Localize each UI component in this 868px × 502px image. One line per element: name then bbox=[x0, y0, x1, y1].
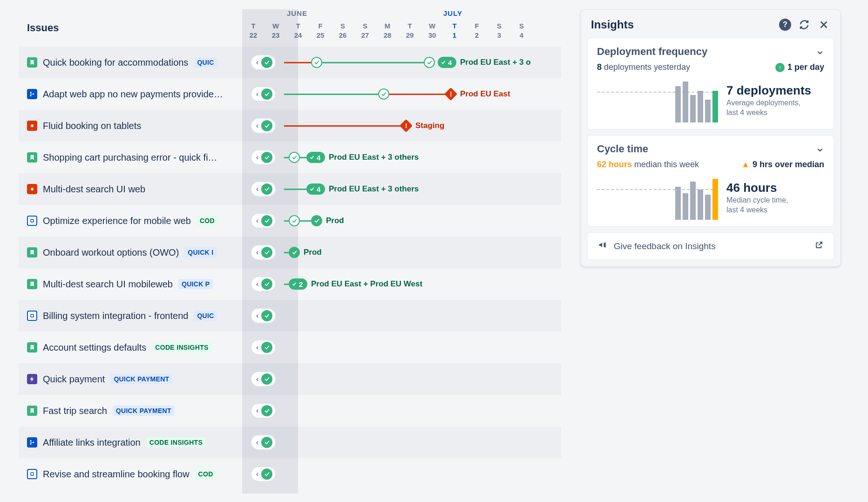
svg-point-1 bbox=[30, 95, 32, 96]
epic-lozenge[interactable]: QUICK I bbox=[184, 247, 217, 258]
expand-pill[interactable]: ‹ bbox=[251, 86, 276, 102]
issue-title[interactable]: Fluid booking on tablets bbox=[43, 121, 141, 131]
issue-title[interactable]: Shopping cart purchasing error - quick f… bbox=[43, 152, 217, 163]
issue-title[interactable]: Adapt web app no new payments provide… bbox=[43, 89, 223, 100]
issue-row[interactable]: Quick booking for accommodationsQUIC‹4Pr… bbox=[19, 47, 561, 78]
issue-row[interactable]: Multi-dest search UI mobilewebQUICK P‹2P… bbox=[19, 268, 561, 300]
expand-pill[interactable]: ‹ bbox=[251, 213, 276, 229]
expand-pill[interactable]: ‹ bbox=[251, 403, 276, 419]
epic-lozenge[interactable]: QUICK P bbox=[178, 279, 213, 289]
timeline-cell: ‹ bbox=[242, 363, 561, 395]
environment-label[interactable]: Prod bbox=[326, 216, 344, 225]
environment-label[interactable]: Staging bbox=[415, 121, 444, 130]
issue-title[interactable]: Multi-dest search UI web bbox=[43, 184, 145, 195]
expand-pill[interactable]: ‹ bbox=[251, 149, 276, 165]
issue-row[interactable]: Adapt web app no new payments provide…‹!… bbox=[19, 78, 561, 110]
expand-pill[interactable]: ‹ bbox=[251, 181, 276, 197]
issue-title[interactable]: Optimize experience for mobile web bbox=[43, 216, 191, 226]
chevron-left-icon: ‹ bbox=[256, 375, 258, 383]
environment-label[interactable]: Prod EU East + Prod EU West bbox=[311, 279, 422, 289]
chart-bar bbox=[705, 100, 711, 122]
expand-pill[interactable]: ‹ bbox=[251, 339, 276, 355]
close-icon[interactable] bbox=[817, 18, 830, 31]
expand-pill[interactable]: ‹ bbox=[251, 118, 276, 134]
issue-title[interactable]: Account settings defaults bbox=[43, 342, 146, 353]
expand-pill[interactable]: ‹ bbox=[251, 466, 276, 482]
bookmark-icon bbox=[27, 57, 37, 68]
epic-lozenge[interactable]: CODE INSIGHTS bbox=[152, 342, 211, 353]
failed-deployment-node[interactable]: ! bbox=[446, 89, 455, 99]
day-cell: T29 bbox=[399, 21, 421, 41]
epic-lozenge[interactable]: QUIC bbox=[194, 57, 217, 68]
issue-title[interactable]: Revise and streamline booking flow bbox=[43, 469, 190, 480]
issue-row[interactable]: Billing system integration - frontendQUI… bbox=[19, 300, 561, 332]
epic-lozenge[interactable]: COD bbox=[197, 216, 218, 226]
check-icon bbox=[261, 342, 272, 353]
deployment-node[interactable] bbox=[378, 88, 389, 100]
epic-lozenge[interactable]: COD bbox=[195, 469, 217, 479]
epic-lozenge[interactable]: CODE INSIGHTS bbox=[146, 437, 206, 448]
issue-row[interactable]: Fast trip searchQUICK PAYMENT‹ bbox=[19, 395, 561, 427]
deployment-node[interactable] bbox=[289, 247, 300, 258]
timeline-cell: ‹Prod bbox=[242, 205, 561, 237]
environment-label[interactable]: Prod EU East + 3 o bbox=[460, 58, 531, 67]
expand-pill[interactable]: ‹ bbox=[251, 276, 276, 292]
deployment-node[interactable] bbox=[311, 57, 322, 68]
deployment-count-pill[interactable]: 4 bbox=[306, 183, 325, 195]
issue-title[interactable]: Quick booking for accommodations bbox=[43, 57, 188, 68]
cycle-time-card: Cycle time 62 hours median this week ▲ 9… bbox=[587, 135, 834, 227]
give-feedback-button[interactable]: Give feedback on Insights bbox=[587, 232, 834, 260]
external-link-icon bbox=[815, 241, 823, 251]
expand-pill[interactable]: ‹ bbox=[251, 371, 276, 387]
deployment-node[interactable] bbox=[289, 215, 300, 226]
issue-row[interactable]: Revise and streamline booking flowCOD‹ bbox=[19, 458, 561, 490]
chevron-down-icon[interactable] bbox=[816, 48, 824, 59]
day-cell: F25 bbox=[309, 21, 332, 41]
deployment-count-pill[interactable]: 4 bbox=[438, 57, 456, 68]
environment-label[interactable]: Prod bbox=[304, 248, 322, 257]
environment-label[interactable]: Prod EU East bbox=[460, 89, 510, 99]
issue-row[interactable]: Onboard workout options (OWO)QUICK I‹Pro… bbox=[19, 237, 561, 268]
issue-title[interactable]: Billing system integration - frontend bbox=[43, 311, 188, 321]
environment-label[interactable]: Prod EU East + 3 others bbox=[329, 153, 419, 162]
issue-title[interactable]: Quick payment bbox=[43, 374, 105, 385]
chevron-left-icon: ‹ bbox=[256, 312, 258, 320]
timeline-segment bbox=[389, 94, 446, 95]
refresh-icon[interactable] bbox=[798, 18, 811, 31]
epic-lozenge[interactable]: QUICK PAYMENT bbox=[113, 406, 175, 416]
help-icon[interactable]: ? bbox=[779, 19, 791, 31]
issue-title[interactable]: Onboard workout options (OWO) bbox=[43, 247, 179, 258]
timeline-cell: ‹2Prod EU East + Prod EU West bbox=[242, 268, 561, 300]
issue-row[interactable]: Affiliate links integrationCODE INSIGHTS… bbox=[19, 427, 561, 458]
bolt-icon bbox=[27, 374, 37, 384]
megaphone-icon bbox=[598, 240, 607, 252]
issue-row[interactable]: Shopping cart purchasing error - quick f… bbox=[19, 142, 561, 173]
issue-title[interactable]: Affiliate links integration bbox=[43, 437, 141, 448]
issue-title[interactable]: Fast trip search bbox=[43, 406, 107, 416]
timeline-cell: ‹ bbox=[242, 427, 561, 458]
deployment-count-pill[interactable]: 4 bbox=[306, 152, 325, 163]
expand-pill[interactable]: ‹ bbox=[251, 434, 276, 450]
issue-row[interactable]: Multi-dest search UI web‹4Prod EU East +… bbox=[19, 173, 561, 205]
failed-deployment-node[interactable]: ! bbox=[401, 121, 411, 130]
chevron-down-icon[interactable] bbox=[816, 146, 824, 156]
expand-pill[interactable]: ‹ bbox=[251, 54, 276, 70]
circle-icon bbox=[27, 184, 37, 194]
expand-pill[interactable]: ‹ bbox=[251, 244, 276, 260]
issue-row[interactable]: Quick paymentQUICK PAYMENT‹ bbox=[19, 363, 561, 395]
issue-row[interactable]: Optimize experience for mobile webCOD‹Pr… bbox=[19, 205, 561, 237]
issue-title[interactable]: Multi-dest search UI mobileweb bbox=[43, 279, 173, 290]
deployment-node[interactable] bbox=[311, 215, 322, 226]
branch-icon bbox=[27, 89, 37, 99]
deployment-mini-chart bbox=[597, 79, 718, 122]
epic-lozenge[interactable]: QUICK PAYMENT bbox=[110, 374, 172, 384]
expand-pill[interactable]: ‹ bbox=[251, 308, 276, 324]
deployment-count-pill[interactable]: 2 bbox=[289, 278, 307, 290]
issue-row[interactable]: Account settings defaultsCODE INSIGHTS‹ bbox=[19, 332, 561, 363]
deployment-node[interactable] bbox=[289, 152, 300, 163]
environment-label[interactable]: Prod EU East + 3 others bbox=[329, 184, 419, 194]
epic-lozenge[interactable]: QUIC bbox=[194, 311, 217, 321]
deployment-node[interactable] bbox=[424, 57, 435, 68]
svg-point-7 bbox=[30, 440, 32, 441]
issue-row[interactable]: Fluid booking on tablets‹!Staging bbox=[19, 110, 561, 142]
